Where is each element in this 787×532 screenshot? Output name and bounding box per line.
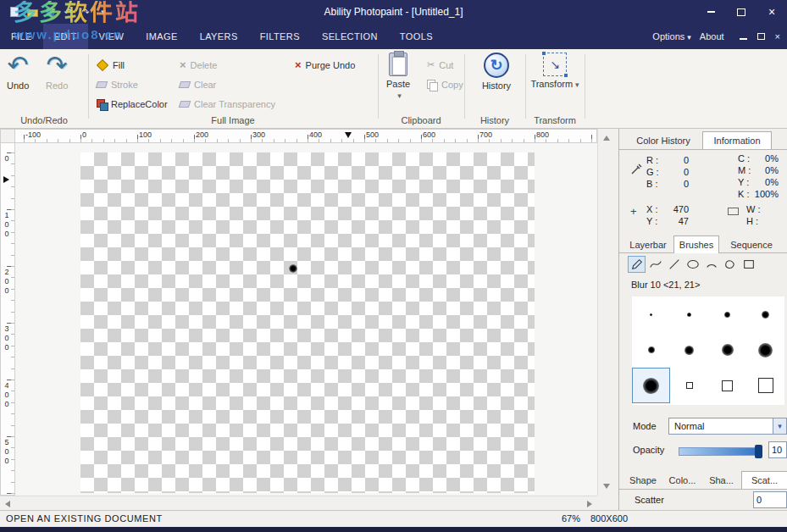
brush-preset-cell[interactable] [746, 296, 784, 332]
ruler-label: 100 [3, 211, 11, 239]
b-label: B : [646, 179, 657, 189]
undo-button[interactable]: ↶ Undo [7, 53, 29, 91]
delete-button[interactable]: × Delete [180, 58, 217, 72]
mode-caret-icon[interactable]: ▾ [773, 418, 786, 434]
scatter-label: Scatter [635, 495, 664, 505]
tab-shading[interactable]: Sha... [703, 471, 740, 489]
paste-button[interactable]: Paste ▾ [386, 53, 410, 100]
scroll-down-icon[interactable] [603, 484, 610, 489]
maximize-button[interactable] [726, 0, 757, 24]
tab-layerbar[interactable]: Layerbar [624, 236, 672, 253]
rectangle-icon [742, 258, 756, 271]
scrollbar-corner [597, 496, 618, 510]
cut-button[interactable]: ✂ Cut [427, 58, 453, 72]
brush-preset-cell[interactable] [746, 332, 784, 368]
opacity-slider-handle[interactable] [755, 445, 762, 458]
ruler-label: 400 [3, 381, 11, 409]
r-label: R : [646, 155, 658, 165]
copy-button[interactable]: Copy [427, 77, 463, 91]
mdi-restore-button[interactable] [757, 31, 765, 42]
redo-button[interactable]: ↷ Redo [46, 53, 68, 91]
m-value: 0% [748, 165, 779, 175]
brush-preset-cell[interactable] [670, 332, 708, 368]
brush-preset-cell[interactable] [708, 368, 746, 403]
status-message: OPEN AN EXISTING DOCUMENT [6, 513, 163, 524]
close-button[interactable]: × [757, 0, 787, 24]
new-document-icon[interactable] [8, 6, 20, 18]
tab-layers[interactable]: LAYERS [189, 24, 249, 49]
tab-scatter[interactable]: Scat... [741, 471, 787, 489]
group-label-clipboard: Clipboard [378, 115, 464, 125]
brush-rectangle-button[interactable] [740, 256, 757, 273]
clear-button[interactable]: Clear [180, 77, 216, 91]
brush-preset-cell[interactable] [632, 296, 670, 332]
tab-information[interactable]: Information [702, 131, 772, 149]
minimize-button[interactable] [696, 0, 726, 24]
options-menu[interactable]: Options▾ [652, 31, 690, 42]
brush-arc-button[interactable] [702, 256, 720, 273]
stroke-button[interactable]: Stroke [97, 77, 138, 91]
replace-color-button[interactable]: ReplaceColor [97, 97, 168, 111]
y-percent-value: 0% [748, 177, 779, 187]
brush-preset-cell[interactable] [746, 368, 784, 403]
eyedropper-icon [631, 163, 643, 175]
brush-preset-cell[interactable] [670, 368, 708, 403]
brush-curve-button[interactable] [646, 256, 664, 273]
brush-preset-cell[interactable] [708, 332, 746, 368]
tab-color-history[interactable]: Color History [626, 131, 701, 149]
scroll-right-icon[interactable] [587, 501, 592, 507]
opacity-input[interactable] [768, 441, 787, 458]
scatter-input[interactable] [753, 491, 787, 508]
about-menu[interactable]: About [700, 31, 724, 42]
brush-pencil-button[interactable] [628, 256, 646, 273]
g-label: G : [646, 167, 659, 177]
brush-preset-square-icon [758, 378, 773, 393]
mdi-close-button[interactable]: × [775, 31, 780, 42]
tab-shape[interactable]: Shape [624, 471, 662, 489]
tab-selection[interactable]: SELECTION [311, 24, 389, 49]
purge-undo-button[interactable]: × Purge Undo [295, 58, 355, 72]
tab-tools[interactable]: TOOLS [389, 24, 444, 49]
brush-preset-cell[interactable] [632, 368, 670, 403]
mdi-minimize-button[interactable] [740, 31, 747, 42]
tab-edit[interactable]: EDIT [43, 24, 88, 49]
tab-view[interactable]: VIEW [88, 24, 136, 49]
tab-brushes[interactable]: Brushes [673, 236, 719, 253]
clear-transparency-button[interactable]: Clear Transparency [180, 97, 275, 111]
group-label-history: History [464, 115, 525, 125]
tab-filters[interactable]: FILTERS [249, 24, 311, 49]
quick-redo-icon[interactable]: ↷ [80, 6, 91, 18]
canvas[interactable] [80, 152, 535, 493]
options-caret-icon: ▾ [687, 33, 691, 42]
save-icon[interactable] [44, 6, 56, 18]
quick-undo-icon[interactable]: ↶ [62, 6, 74, 18]
brush-preset-cell[interactable] [670, 296, 708, 332]
brush-preset-cell[interactable] [632, 332, 670, 368]
tab-image[interactable]: IMAGE [135, 24, 188, 49]
mdi-restore-icon [757, 33, 765, 40]
vertical-scrollbar[interactable] [597, 129, 618, 496]
ruler-label: 600 [423, 130, 435, 139]
transform-button[interactable]: ↘ Transform▾ [529, 53, 581, 89]
clear-transparency-label: Clear Transparency [194, 99, 275, 109]
brush-line-button[interactable] [665, 256, 683, 273]
scroll-left-icon[interactable] [5, 501, 10, 507]
tab-color[interactable]: Colo... [663, 471, 701, 489]
window-controls: × [696, 0, 787, 24]
open-folder-icon[interactable] [26, 6, 38, 18]
horizontal-scrollbar[interactable] [0, 496, 597, 510]
cut-icon: ✂ [427, 59, 435, 70]
mode-dropdown[interactable]: Normal ▾ [668, 418, 787, 435]
opacity-slider[interactable] [679, 447, 762, 456]
history-button[interactable]: ↻ History [474, 53, 518, 91]
tab-sequence[interactable]: Sequence [723, 236, 780, 253]
tab-file[interactable]: FILE [0, 24, 43, 49]
brush-closed-curve-button[interactable] [721, 256, 739, 273]
brush-preset-cell[interactable] [708, 296, 746, 332]
brush-ellipse-button[interactable] [684, 256, 701, 273]
brush-name: Blur 10 <21, 21> [631, 280, 700, 290]
qat-dropdown-icon[interactable]: ▾ [97, 6, 109, 18]
fill-button[interactable]: Fill [97, 58, 125, 72]
brush-stroke-dot [289, 264, 297, 273]
scroll-up-icon[interactable] [603, 136, 610, 141]
